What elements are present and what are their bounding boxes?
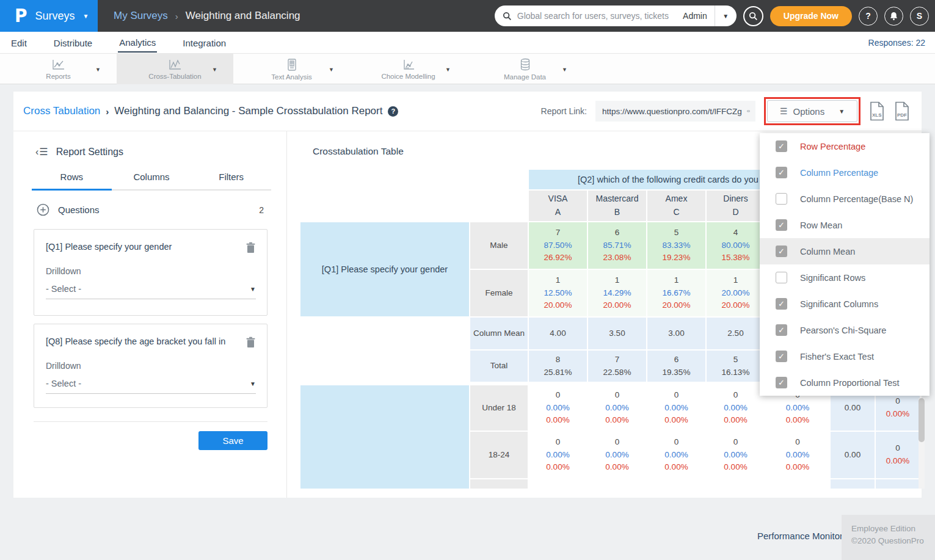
tab-filters[interactable]: Filters <box>191 172 271 191</box>
summary-cell: 619.35% <box>647 351 705 382</box>
option-item-column-proportional-test[interactable]: ✓Column Proportional Test <box>760 369 930 396</box>
chevron-down-icon: ▼ <box>722 13 729 20</box>
help-icon[interactable]: ? <box>388 106 398 117</box>
column-header-visa: VISAA <box>529 191 587 221</box>
breadcrumb-cross-tabulation[interactable]: Cross Tabulation <box>23 105 100 117</box>
checkbox-checked-icon[interactable]: ✓ <box>776 245 787 257</box>
option-item-pearson-s-chi-square[interactable]: ✓Pearson's Chi-Square <box>760 317 930 343</box>
notifications-button[interactable] <box>884 7 903 26</box>
chevron-down-icon[interactable]: ▼ <box>562 67 567 73</box>
responses-count: Responses: 22 <box>868 38 925 48</box>
option-item-row-mean[interactable]: ✓Row Mean <box>760 212 930 238</box>
upgrade-now-button[interactable]: Upgrade Now <box>770 6 852 26</box>
line-chart-icon <box>168 59 183 71</box>
questions-count: 2 <box>259 205 264 215</box>
chevron-down-icon: ▼ <box>250 380 256 387</box>
help-button[interactable]: ? <box>859 7 878 26</box>
vertical-scrollbar[interactable] <box>919 398 925 489</box>
search-scope-label: Admin <box>683 11 707 21</box>
checkbox-checked-icon[interactable]: ✓ <box>776 219 787 231</box>
chevron-down-icon[interactable]: ▼ <box>445 67 451 73</box>
option-item-column-percentage[interactable]: ✓Column Percentage <box>760 159 930 186</box>
summary-cell: 3.00 <box>647 318 705 349</box>
search-icon <box>503 12 512 21</box>
search-submit-button[interactable] <box>743 6 763 26</box>
toolbar-item-reports[interactable]: Reports ▼ <box>0 54 117 84</box>
scrollbar-thumb[interactable] <box>919 398 925 442</box>
report-settings-panel: ‹☰ Report Settings Rows Columns Filters … <box>13 131 287 498</box>
toolbar-item-text-analysis[interactable]: Text Analysis ▼ <box>233 54 350 84</box>
trash-icon[interactable] <box>246 336 256 348</box>
collapse-panel-icon[interactable]: ‹☰ <box>35 146 49 158</box>
summary-cell: 3.50 <box>588 318 646 349</box>
toolbar-item-cross-tabulation[interactable]: Cross-Tabulation ▼ <box>117 54 233 84</box>
global-search-input[interactable]: Global search for users, surveys, ticket… <box>495 5 737 26</box>
options-button[interactable]: ☰ Options ▼ <box>767 100 857 122</box>
checkbox-checked-icon[interactable]: ✓ <box>776 351 787 362</box>
chevron-down-icon[interactable]: ▼ <box>329 67 334 73</box>
question-card-q8: [Q8] Please specify the age bracket you … <box>34 324 267 408</box>
option-item-row-percentage[interactable]: ✓Row Percentage <box>760 133 930 159</box>
tab-columns[interactable]: Columns <box>112 172 192 191</box>
report-header-actions: Report Link: https://www.questionpro.com… <box>541 97 911 125</box>
toolbar-item-choice-modelling[interactable]: Choice Modelling ▼ <box>350 54 467 84</box>
performance-monitor-link[interactable]: Performance Monitor <box>757 531 843 541</box>
svg-text:PDF: PDF <box>897 112 907 118</box>
user-avatar[interactable]: S <box>910 7 929 26</box>
option-item-column-percentage-base-n-[interactable]: Column Percentage(Base N) <box>760 186 930 212</box>
option-item-label: Row Mean <box>800 220 842 230</box>
report-url-field[interactable]: https://www.questionpro.com/t/lFFCZg <box>595 101 755 122</box>
checkbox-checked-icon[interactable]: ✓ <box>776 167 787 178</box>
checkbox-checked-icon[interactable]: ✓ <box>776 140 787 152</box>
option-item-label: Column Mean <box>800 247 855 256</box>
chevron-down-icon[interactable]: ▼ <box>212 67 217 73</box>
category-cell-under-18: Under 18 <box>470 385 528 431</box>
data-cell: 00.00%0.00% <box>766 432 829 478</box>
chevron-down-icon[interactable]: ▼ <box>95 67 101 73</box>
drilldown-select[interactable]: - Select - ▼ <box>46 284 256 299</box>
chevron-down-icon: ▼ <box>839 108 845 115</box>
toolbar-item-manage-data[interactable]: Manage Data ▼ <box>467 54 583 84</box>
tab-integration[interactable]: Integration <box>181 34 227 52</box>
checkbox-checked-icon[interactable]: ✓ <box>776 324 787 336</box>
question-title: [Q1] Please specify your gender <box>46 242 246 252</box>
checkbox-unchecked-icon[interactable] <box>776 272 787 283</box>
tab-rows[interactable]: Rows <box>32 172 112 191</box>
product-switcher[interactable]: P Surveys ▼ <box>0 0 98 32</box>
save-button[interactable]: Save <box>198 431 267 450</box>
export-pdf-button[interactable]: PDF <box>894 101 911 121</box>
data-cell: 114.29%20.00% <box>588 270 646 316</box>
column-header-diners: DinersD <box>707 191 765 221</box>
add-question-icon[interactable] <box>37 203 49 216</box>
link-icon[interactable] <box>747 107 750 115</box>
option-item-significant-columns[interactable]: ✓Significant Columns <box>760 291 930 317</box>
summary-cell: 722.58% <box>588 351 646 382</box>
option-item-column-mean[interactable]: ✓Column Mean <box>760 238 930 264</box>
row-group-label-q1: [Q1] Please specify your gender <box>300 222 469 316</box>
option-item-label: Column Percentage <box>800 168 878 178</box>
chart-icon <box>401 59 416 71</box>
data-cell: 00.00%0.00% <box>588 385 646 431</box>
option-item-label: Pearson's Chi-Square <box>800 325 886 335</box>
checkbox-checked-icon[interactable]: ✓ <box>776 377 787 388</box>
option-item-fisher-s-exact-test[interactable]: ✓Fisher's Exact Test <box>760 343 930 369</box>
drilldown-select[interactable]: - Select - ▼ <box>46 379 256 394</box>
tab-edit[interactable]: Edit <box>10 34 28 52</box>
question-card-q1: [Q1] Please specify your gender Drilldow… <box>34 229 267 316</box>
tab-distribute[interactable]: Distribute <box>53 34 93 52</box>
data-cell: 112.50%20.00% <box>529 270 587 316</box>
export-xls-button[interactable]: XLS <box>869 101 886 121</box>
checkbox-unchecked-icon[interactable] <box>776 193 787 205</box>
breadcrumb: My Surveys › Weighting and Balancing <box>114 10 300 22</box>
tab-analytics[interactable]: Analytics <box>118 33 157 53</box>
trash-icon[interactable] <box>246 242 256 253</box>
checkbox-checked-icon[interactable]: ✓ <box>776 298 787 310</box>
search-scope-dropdown[interactable]: ▼ <box>715 5 737 26</box>
questionpro-app: P Surveys ▼ My Surveys › Weighting and B… <box>0 0 935 560</box>
option-item-significant-rows[interactable]: Significant Rows <box>760 264 930 291</box>
avatar-initial: S <box>917 11 922 21</box>
question-mark-icon: ? <box>391 107 396 115</box>
row-mean-cell <box>831 479 875 489</box>
breadcrumb-my-surveys[interactable]: My Surveys <box>114 10 168 22</box>
data-cell: 00.00%0.00% <box>707 385 765 431</box>
